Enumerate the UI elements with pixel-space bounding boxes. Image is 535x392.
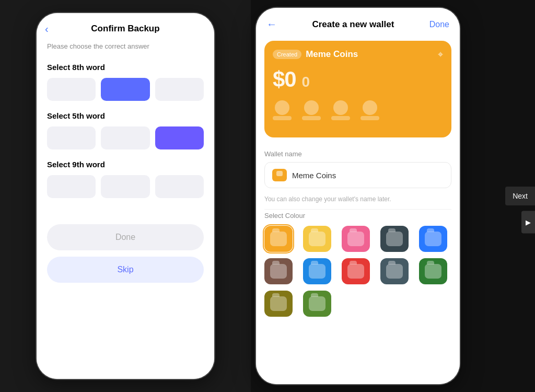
- word-option-9th-0[interactable]: [47, 175, 96, 198]
- wallet-card: Created Meme Coins ⌖ $0 0: [264, 41, 451, 137]
- left-phone-shell: ‹ Confirm Backup Please choose the corre…: [37, 13, 214, 379]
- card-token-label-4: [360, 116, 379, 120]
- skip-button[interactable]: Skip: [47, 257, 204, 283]
- wallet-shape-midblue: [309, 264, 325, 279]
- wallet-name-label: Wallet name: [264, 150, 451, 158]
- card-token-4: [360, 100, 379, 120]
- color-section-title: Select Colour: [256, 210, 460, 226]
- wallet-shape-dark: [386, 232, 403, 246]
- word-option-5th-2[interactable]: [155, 126, 204, 149]
- next-button[interactable]: Next: [505, 187, 535, 205]
- card-token-icon-1: [275, 100, 289, 115]
- wallet-shape-olive: [270, 296, 287, 311]
- word-options-8th: [47, 78, 204, 101]
- wallet-shape-yellow: [309, 232, 325, 246]
- wallet-name-value: Meme Coins: [292, 171, 336, 180]
- hint-text: You can also change your wallet's name l…: [256, 191, 460, 209]
- right-done-link[interactable]: Done: [429, 20, 449, 29]
- color-swatch-red[interactable]: [342, 258, 370, 284]
- chevron-right-icon: ▶: [526, 218, 531, 226]
- card-token-1: [273, 100, 292, 120]
- back-arrow-icon[interactable]: ‹: [45, 23, 49, 35]
- left-screen-title: Confirm Backup: [91, 24, 159, 34]
- card-balance: $0 0: [273, 67, 443, 92]
- color-swatch-blue[interactable]: [419, 226, 447, 252]
- word-section-5th: Select 5th word: [37, 106, 214, 155]
- wallet-shape-lime: [309, 296, 325, 311]
- wallet-shape-green: [425, 264, 441, 279]
- card-token-2: [302, 100, 321, 120]
- wallet-shape-blue: [425, 232, 441, 246]
- left-header: ‹ Confirm Backup: [37, 13, 214, 39]
- color-swatch-dark[interactable]: [380, 226, 409, 252]
- color-swatch-pink[interactable]: [342, 226, 370, 252]
- color-swatch-charcoal[interactable]: [380, 258, 409, 284]
- color-swatch-orange[interactable]: [264, 226, 293, 252]
- word-options-9th: [47, 175, 204, 198]
- chevron-right-button[interactable]: ▶: [521, 211, 535, 234]
- word-section-8th: Select 8th word: [37, 57, 214, 106]
- wallet-shape-red: [347, 264, 364, 279]
- card-token-icon-4: [363, 100, 377, 115]
- left-phone-container: ‹ Confirm Backup Please choose the corre…: [0, 0, 251, 392]
- card-wallet-name: Meme Coins: [306, 49, 358, 60]
- wallet-name-section: Wallet name Meme Coins: [256, 143, 460, 191]
- word-option-9th-1[interactable]: [101, 175, 149, 198]
- word-options-5th: [47, 126, 204, 149]
- right-screen-title: Create a new wallet: [312, 19, 394, 30]
- card-token-label-3: [331, 116, 350, 120]
- color-swatch-yellow[interactable]: [303, 226, 331, 252]
- section-title-8th: Select 8th word: [47, 63, 204, 72]
- color-swatch-olive[interactable]: [264, 291, 293, 317]
- wallet-shape-brown: [270, 264, 287, 279]
- section-title-5th: Select 5th word: [47, 111, 204, 120]
- word-section-9th: Select 9th word: [37, 155, 214, 203]
- card-top: Created Meme Coins: [273, 49, 443, 60]
- word-option-5th-0[interactable]: [47, 126, 96, 149]
- word-option-9th-2[interactable]: [155, 175, 204, 198]
- card-token-icon-3: [333, 100, 348, 115]
- color-swatch-lime[interactable]: [303, 291, 331, 317]
- color-swatch-green[interactable]: [419, 258, 447, 284]
- right-header: ← Create a new wallet Done: [256, 8, 460, 36]
- word-option-8th-0[interactable]: [47, 78, 96, 101]
- card-token-3: [331, 100, 350, 120]
- wallet-icon-orange: [272, 169, 287, 181]
- word-option-5th-1[interactable]: [101, 126, 149, 149]
- word-option-8th-2[interactable]: [155, 78, 204, 101]
- section-title-9th: Select 9th word: [47, 160, 204, 169]
- card-tokens: [273, 100, 443, 120]
- card-created-badge: Created: [273, 50, 301, 59]
- color-swatch-brown[interactable]: [264, 258, 293, 284]
- card-token-icon-2: [304, 100, 319, 115]
- wallet-name-input[interactable]: Meme Coins: [264, 162, 451, 188]
- screens-container: ‹ Confirm Backup Please choose the corre…: [0, 0, 535, 392]
- wallet-shape-orange: [270, 232, 287, 246]
- wallet-shape-charcoal: [386, 264, 403, 279]
- right-screen: ← Create a new wallet Done Created Meme …: [256, 8, 460, 384]
- right-back-arrow-icon[interactable]: ←: [266, 18, 277, 30]
- wallet-shape-pink: [347, 232, 364, 246]
- card-balance-decimal: 0: [301, 74, 309, 90]
- right-phone-wrap: ← Create a new wallet Done Created Meme …: [251, 0, 535, 392]
- card-token-label-1: [273, 116, 292, 120]
- color-grid: [256, 226, 460, 317]
- card-settings-icon[interactable]: ⌖: [438, 49, 443, 60]
- left-screen: ‹ Confirm Backup Please choose the corre…: [37, 13, 214, 379]
- card-balance-amount: $0: [273, 67, 296, 91]
- word-option-8th-1[interactable]: [101, 78, 149, 101]
- color-swatch-midblue[interactable]: [303, 258, 331, 284]
- subtitle-text: Please choose the correct answer: [37, 39, 214, 57]
- card-token-label-2: [302, 116, 321, 120]
- done-button[interactable]: Done: [47, 224, 204, 250]
- right-phone-shell: ← Create a new wallet Done Created Meme …: [256, 8, 460, 384]
